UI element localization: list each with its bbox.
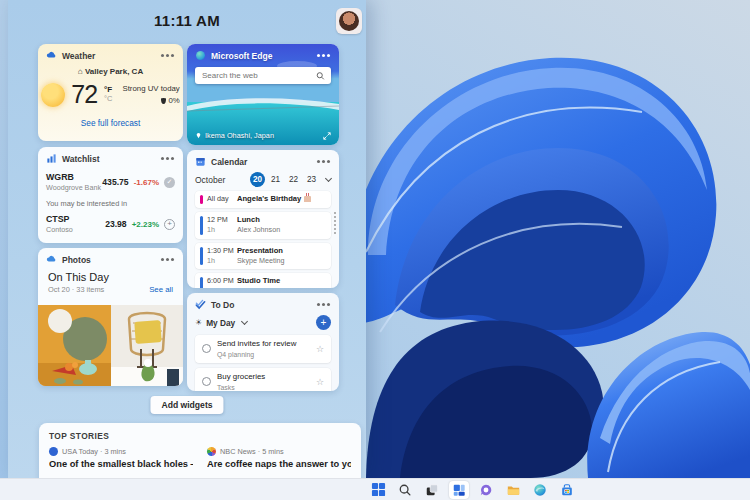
stock-row-wgrb[interactable]: WGRB Woodgrove Bank 435.75 -1.67% ✓ [38,168,183,194]
date-20[interactable]: 20 [250,172,265,187]
list-selector[interactable]: My Day [206,318,235,328]
news-item[interactable]: NBC News · 5 mins Are coffee naps the an… [207,447,351,469]
more-options-icon[interactable] [166,258,169,261]
precipitation: 0% [161,96,179,105]
event-studio-time[interactable]: 6:00 PM3h Studio TimeConf Rm 32/35 [195,273,331,288]
date-23[interactable]: 23 [304,172,319,187]
widgets-button[interactable] [449,481,469,499]
calendar-month[interactable]: October [195,175,247,185]
date-22[interactable]: 22 [286,172,301,187]
stock-name: Contoso [46,225,105,234]
weather-title: Weather [62,51,161,61]
event-presentation[interactable]: 1:30 PM1h PresentationSkype Meeting [195,243,331,270]
more-options-icon[interactable] [166,157,169,160]
calendar-widget[interactable]: Calendar October 20 21 22 23 All day Ang… [187,150,339,288]
profile-button[interactable] [336,8,362,34]
edge-button[interactable] [530,481,550,499]
weather-location[interactable]: ⌂ Valley Park, CA [38,67,183,76]
todo-widget[interactable]: To Do ☀ My Day + Send invites for review… [187,293,339,391]
stock-price: 23.98 [105,219,127,229]
edge-title: Microsoft Edge [211,51,317,61]
edge-widget[interactable]: Microsoft Edge Ikema Ohashi, Japan [187,44,339,145]
search-input[interactable] [195,71,316,80]
star-icon[interactable]: ☆ [316,377,324,387]
stock-symbol: WGRB [46,172,102,182]
stock-name: Woodgrove Bank [46,183,102,192]
store-button[interactable] [557,481,577,499]
memory-photo-still-life[interactable] [38,305,111,386]
droplet-icon [161,98,166,104]
expand-icon[interactable] [323,132,331,140]
see-full-forecast-link[interactable]: See full forecast [38,118,183,128]
event-lunch[interactable]: 12 PM1h LunchAlex Johnson [195,212,331,239]
watchlist-title: Watchlist [62,154,161,164]
photo-caption: Ikema Ohashi, Japan [205,131,320,140]
todo-check-icon [195,299,206,310]
news-headline[interactable]: One of the smallest black holes — and [49,459,193,469]
more-options-icon[interactable] [166,54,169,57]
watchlist-chart-icon [46,153,57,164]
weather-widget[interactable]: Weather ⌂ Valley Park, CA 72 °F °C Stron… [38,44,183,141]
add-task-button[interactable]: + [316,315,331,330]
home-icon: ⌂ [78,67,83,76]
event-color-bar [200,277,203,288]
photos-title: Photos [62,255,161,265]
photos-subheading: Oct 20 · 33 items [48,285,149,294]
date-21[interactable]: 21 [268,172,283,187]
task-checkbox[interactable] [202,344,211,353]
on-this-day-heading: On This Day [38,269,183,283]
more-options-icon[interactable] [322,303,325,306]
stock-symbol: CTSP [46,214,105,224]
search-icon [316,71,325,81]
event-color-bar [200,216,203,235]
calendar-title: Calendar [211,157,317,167]
usa-today-logo-icon [49,447,58,456]
star-icon[interactable]: ☆ [316,344,324,354]
search-icon [398,483,412,497]
chevron-down-icon[interactable] [241,318,248,325]
memory-photo-chair[interactable] [111,305,183,386]
file-explorer-icon [506,483,521,497]
event-birthday[interactable]: All day Angela's Birthday [195,191,331,208]
news-headline[interactable]: Are coffee naps the answer to your [207,459,351,469]
unit-celsius[interactable]: °C [104,95,112,103]
scroll-indicator[interactable] [334,212,336,234]
more-options-icon[interactable] [322,54,325,57]
more-options-icon[interactable] [322,160,325,163]
suggestion-label: You may be interested in [38,194,183,210]
stock-price: 435.75 [102,177,128,187]
search-button[interactable] [395,481,415,499]
add-widgets-button[interactable]: Add widgets [150,396,223,414]
news-item[interactable]: USA Today · 3 mins One of the smallest b… [49,447,193,469]
taskbar [0,478,750,500]
calendar-icon [195,156,206,167]
location-pin-icon [195,132,202,139]
stock-change: +2.23% [132,220,159,229]
sun-icon [41,83,65,107]
edge-search-box[interactable] [195,67,331,84]
start-button[interactable] [368,481,388,499]
avatar [339,11,359,31]
task-row-buy-groceries[interactable]: Buy groceries Tasks ☆ [195,368,331,391]
clock: 11:11 AM [8,12,366,29]
task-view-button[interactable] [422,481,442,499]
chat-button[interactable] [476,481,496,499]
see-all-link[interactable]: See all [149,285,173,294]
event-color-bar [200,195,203,204]
top-stories-card[interactable]: TOP STORIES USA Today · 3 mins One of th… [39,423,361,478]
photos-widget[interactable]: Photos On This Day Oct 20 · 33 items See… [38,248,183,386]
task-row-send-invites[interactable]: Send invites for review Q4 planning ☆ [195,335,331,363]
top-stories-header: TOP STORIES [39,423,361,447]
nbc-news-logo-icon [207,447,216,456]
edge-icon [533,483,547,497]
cake-icon [304,196,311,202]
task-view-icon [425,483,439,497]
watchlist-widget[interactable]: Watchlist WGRB Woodgrove Bank 435.75 -1.… [38,147,183,243]
file-explorer-button[interactable] [503,481,523,499]
task-checkbox[interactable] [202,377,211,386]
stock-change: -1.67% [134,178,159,187]
added-check-icon[interactable]: ✓ [164,177,175,188]
add-stock-icon[interactable]: + [164,219,175,230]
chevron-down-icon[interactable] [325,175,332,182]
stock-row-ctsp[interactable]: CTSP Contoso 23.98 +2.23% + [38,210,183,236]
